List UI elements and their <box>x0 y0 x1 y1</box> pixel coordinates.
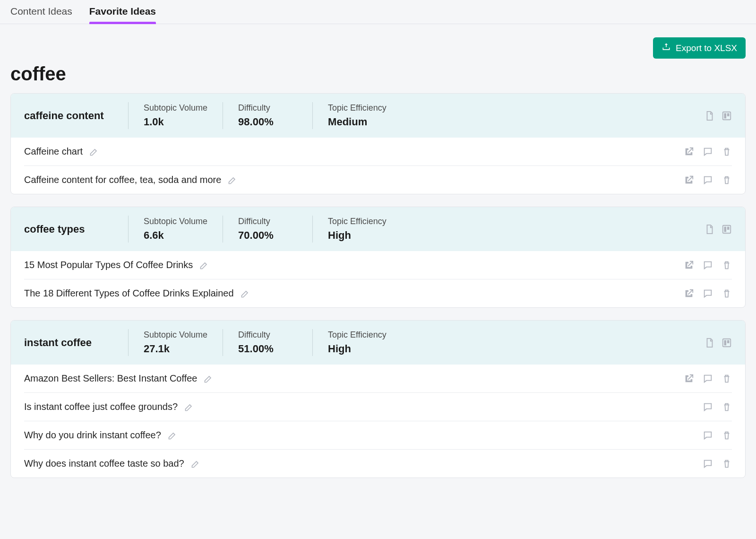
subtopic-card: caffeine content Subtopic Volume 1.0k Di… <box>10 93 746 194</box>
trash-icon[interactable] <box>722 260 732 270</box>
subtopic-name: caffeine content <box>24 110 128 122</box>
external-link-icon[interactable] <box>684 288 694 299</box>
comment-icon[interactable] <box>703 260 713 270</box>
board-icon[interactable] <box>722 224 732 235</box>
trash-icon[interactable] <box>722 175 732 185</box>
metric-label: Subtopic Volume <box>144 330 207 340</box>
card-header: caffeine content Subtopic Volume 1.0k Di… <box>11 94 745 138</box>
metric-value: Medium <box>328 116 387 128</box>
metric-value: 98.00% <box>238 116 297 128</box>
metric-value: 6.6k <box>144 229 207 242</box>
subtopic-card: coffee types Subtopic Volume 6.6k Diffic… <box>10 207 746 308</box>
idea-row: Why do you drink instant coffee? <box>24 421 732 450</box>
metric-volume: Subtopic Volume 27.1k <box>128 329 223 356</box>
idea-row: Is instant coffee just coffee grounds? <box>24 393 732 421</box>
external-link-icon[interactable] <box>684 374 694 384</box>
row-actions <box>684 260 732 270</box>
comment-icon[interactable] <box>703 175 713 185</box>
pencil-icon[interactable] <box>89 147 99 156</box>
row-actions <box>684 175 732 185</box>
comment-icon[interactable] <box>703 402 713 412</box>
export-button-label: Export to XLSX <box>676 43 737 53</box>
comment-icon[interactable] <box>703 288 713 299</box>
export-button[interactable]: Export to XLSX <box>653 37 746 59</box>
metric-value: 51.00% <box>238 343 297 355</box>
trash-icon[interactable] <box>722 288 732 299</box>
header-row: Export to XLSX <box>0 24 756 63</box>
metric-volume: Subtopic Volume 1.0k <box>128 102 223 129</box>
trash-icon[interactable] <box>722 430 732 441</box>
row-actions <box>684 288 732 299</box>
metric-label: Topic Efficiency <box>328 217 387 226</box>
pencil-icon[interactable] <box>184 402 194 412</box>
idea-row: The 18 Different Types of Coffee Drinks … <box>24 279 732 307</box>
card-header: instant coffee Subtopic Volume 27.1k Dif… <box>11 321 745 365</box>
metric-value: 1.0k <box>144 116 207 128</box>
trash-icon[interactable] <box>722 459 732 469</box>
metric-label: Subtopic Volume <box>144 103 207 113</box>
idea-title: 15 Most Popular Types Of Coffee Drinks <box>24 260 193 270</box>
metric-label: Subtopic Volume <box>144 217 207 226</box>
pencil-icon[interactable] <box>199 261 209 270</box>
tab-favorite-ideas[interactable]: Favorite Ideas <box>89 6 156 24</box>
idea-row: Amazon Best Sellers: Best Instant Coffee <box>24 365 732 393</box>
external-link-icon[interactable] <box>684 175 694 185</box>
row-actions <box>684 147 732 157</box>
page-title: coffee <box>0 63 756 93</box>
metric-label: Difficulty <box>238 217 297 226</box>
subtopic-name: coffee types <box>24 223 128 235</box>
metric-difficulty: Difficulty 70.00% <box>223 216 312 243</box>
card-header: coffee types Subtopic Volume 6.6k Diffic… <box>11 207 745 251</box>
external-link-icon[interactable] <box>684 260 694 270</box>
idea-title: The 18 Different Types of Coffee Drinks … <box>24 288 234 299</box>
idea-title: Why do you drink instant coffee? <box>24 430 161 441</box>
row-actions <box>703 459 732 469</box>
pencil-icon[interactable] <box>204 374 213 383</box>
pencil-icon[interactable] <box>241 289 250 298</box>
metric-label: Topic Efficiency <box>328 330 387 340</box>
trash-icon[interactable] <box>722 147 732 157</box>
comment-icon[interactable] <box>703 459 713 469</box>
idea-row: Caffeine content for coffee, tea, soda a… <box>24 166 732 194</box>
metric-value: 70.00% <box>238 229 297 242</box>
subtopic-card: instant coffee Subtopic Volume 27.1k Dif… <box>10 320 746 478</box>
subtopic-name: instant coffee <box>24 337 128 349</box>
card-rows: 15 Most Popular Types Of Coffee Drinks T… <box>11 251 745 307</box>
idea-title: Why does instant coffee taste so bad? <box>24 458 184 469</box>
metric-volume: Subtopic Volume 6.6k <box>128 216 223 243</box>
trash-icon[interactable] <box>722 402 732 412</box>
card-header-actions <box>704 224 732 235</box>
metric-value: 27.1k <box>144 343 207 355</box>
external-link-icon[interactable] <box>684 147 694 157</box>
comment-icon[interactable] <box>703 374 713 384</box>
pencil-icon[interactable] <box>168 431 177 440</box>
row-actions <box>703 430 732 441</box>
cards-container: caffeine content Subtopic Volume 1.0k Di… <box>0 93 756 497</box>
metric-difficulty: Difficulty 51.00% <box>223 329 312 356</box>
metric-label: Difficulty <box>238 330 297 340</box>
document-icon[interactable] <box>704 338 715 348</box>
idea-title: Caffeine content for coffee, tea, soda a… <box>24 174 221 185</box>
metric-efficiency: Topic Efficiency High <box>312 216 402 243</box>
board-icon[interactable] <box>722 338 732 348</box>
pencil-icon[interactable] <box>191 459 200 469</box>
idea-title: Caffeine chart <box>24 146 83 157</box>
comment-icon[interactable] <box>703 147 713 157</box>
document-icon[interactable] <box>704 111 715 121</box>
idea-row: 15 Most Popular Types Of Coffee Drinks <box>24 251 732 279</box>
trash-icon[interactable] <box>722 374 732 384</box>
metric-difficulty: Difficulty 98.00% <box>223 102 312 129</box>
metric-value: High <box>328 229 387 242</box>
pencil-icon[interactable] <box>228 175 237 185</box>
metric-label: Difficulty <box>238 103 297 113</box>
tab-content-ideas[interactable]: Content Ideas <box>10 6 72 24</box>
metric-efficiency: Topic Efficiency Medium <box>312 102 402 129</box>
row-actions <box>684 374 732 384</box>
document-icon[interactable] <box>704 224 715 235</box>
idea-row: Caffeine chart <box>24 138 732 166</box>
tabs: Content Ideas Favorite Ideas <box>0 0 756 24</box>
comment-icon[interactable] <box>703 430 713 441</box>
upload-icon <box>662 42 671 54</box>
row-actions <box>703 402 732 412</box>
board-icon[interactable] <box>722 111 732 121</box>
